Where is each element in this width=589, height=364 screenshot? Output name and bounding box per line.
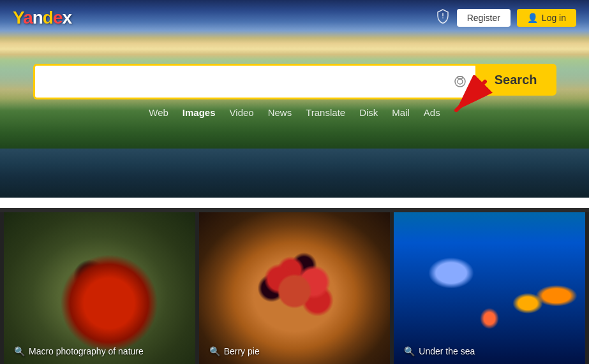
login-label: Log in <box>542 13 566 23</box>
search-input-wrap <box>33 64 475 99</box>
nav-news[interactable]: News <box>268 107 292 118</box>
search-area: Search Web Images Video News Translate D… <box>33 64 556 118</box>
search-caption-icon-3: 🔍 <box>404 346 415 356</box>
grid-item-underwater[interactable]: 🔍 Under the sea <box>394 212 585 364</box>
shield-icon <box>435 8 451 27</box>
camera-search-button[interactable] <box>445 74 475 89</box>
nav-images[interactable]: Images <box>183 107 216 118</box>
header: Yandex Register 👤 Log in <box>0 0 589 35</box>
nav-translate[interactable]: Translate <box>306 107 345 118</box>
register-button[interactable]: Register <box>457 9 511 27</box>
grid-label-ladybug: Macro photography of nature <box>29 346 144 356</box>
nav-mail[interactable]: Mail <box>392 107 410 118</box>
nav-disk[interactable]: Disk <box>359 107 378 118</box>
svg-point-0 <box>442 17 444 18</box>
grid-caption-underwater: 🔍 Under the sea <box>404 346 475 356</box>
nav-links: Web Images Video News Translate Disk Mai… <box>33 107 556 118</box>
search-row: Search <box>33 64 556 99</box>
svg-point-2 <box>458 79 463 84</box>
nav-ads[interactable]: Ads <box>424 107 440 118</box>
login-user-icon: 👤 <box>527 13 538 23</box>
login-button[interactable]: 👤 Log in <box>517 9 576 27</box>
water-layer <box>0 149 589 198</box>
search-caption-icon-2: 🔍 <box>209 346 220 356</box>
header-right: Register 👤 Log in <box>435 8 576 27</box>
grid-caption-pie: 🔍 Berry pie <box>209 346 260 356</box>
svg-rect-3 <box>458 76 463 78</box>
grid-caption-ladybug: 🔍 Macro photography of nature <box>14 346 144 356</box>
nav-web[interactable]: Web <box>149 107 168 118</box>
search-caption-icon-1: 🔍 <box>14 346 25 356</box>
grid-item-pie[interactable]: 🔍 Berry pie <box>199 212 391 364</box>
grid-label-pie: Berry pie <box>224 346 260 356</box>
nav-video[interactable]: Video <box>230 107 254 118</box>
search-button[interactable]: Search <box>475 64 556 96</box>
search-input[interactable] <box>35 66 445 98</box>
grid-item-ladybug[interactable]: 🔍 Macro photography of nature <box>4 212 195 364</box>
image-grid: 🔍 Macro photography of nature 🔍 Berry pi… <box>0 212 589 364</box>
grid-label-underwater: Under the sea <box>419 346 475 356</box>
logo: Yandex <box>13 8 71 28</box>
